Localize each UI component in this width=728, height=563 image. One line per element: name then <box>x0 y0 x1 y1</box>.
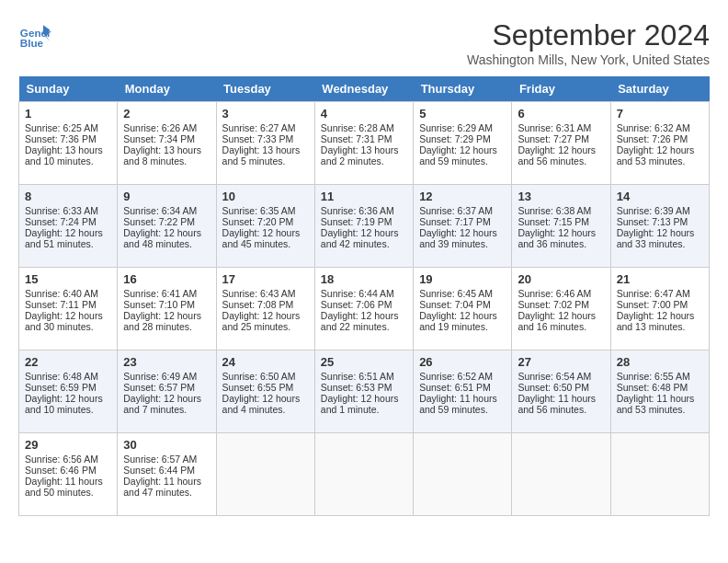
day-info-line: Sunset: 7:27 PM <box>518 133 604 144</box>
day-info-line: Sunset: 7:08 PM <box>222 299 309 310</box>
calendar-cell: 18Sunrise: 6:44 AMSunset: 7:06 PMDayligh… <box>314 268 413 350</box>
day-info-line: Sunrise: 6:44 AM <box>321 288 407 299</box>
day-info-line: Sunrise: 6:29 AM <box>419 122 506 133</box>
day-info-line: and 30 minutes. <box>25 321 111 332</box>
weekday-header-wednesday: Wednesday <box>314 76 413 102</box>
day-number: 13 <box>518 190 604 203</box>
day-info-line: Sunset: 6:46 PM <box>25 465 111 476</box>
calendar-week-2: 8Sunrise: 6:33 AMSunset: 7:24 PMDaylight… <box>19 185 710 268</box>
day-info-line: Sunrise: 6:40 AM <box>25 288 111 299</box>
day-number: 17 <box>222 272 309 286</box>
calendar-cell <box>512 433 610 516</box>
day-number: 27 <box>518 355 604 369</box>
day-info-line: Daylight: 12 hours <box>123 227 210 238</box>
calendar-cell: 9Sunrise: 6:34 AMSunset: 7:22 PMDaylight… <box>118 185 216 268</box>
calendar-cell: 19Sunrise: 6:45 AMSunset: 7:04 PMDayligh… <box>414 268 512 350</box>
day-info-line: and 8 minutes. <box>123 155 210 167</box>
day-info-line: and 33 minutes. <box>617 238 703 249</box>
calendar-cell: 23Sunrise: 6:49 AMSunset: 6:57 PMDayligh… <box>118 350 216 433</box>
day-info-line: and 42 minutes. <box>321 238 407 249</box>
day-info-line: and 47 minutes. <box>123 487 210 498</box>
day-info-line: Sunset: 7:15 PM <box>518 216 604 227</box>
calendar-cell: 6Sunrise: 6:31 AMSunset: 7:27 PMDaylight… <box>512 102 610 185</box>
calendar-cell: 10Sunrise: 6:35 AMSunset: 7:20 PMDayligh… <box>216 185 314 268</box>
day-info-line: Sunrise: 6:35 AM <box>222 205 309 216</box>
calendar-cell: 2Sunrise: 6:26 AMSunset: 7:34 PMDaylight… <box>118 102 216 185</box>
weekday-header-monday: Monday <box>118 76 216 102</box>
day-number: 8 <box>25 190 111 203</box>
day-number: 29 <box>25 438 111 452</box>
day-info-line: Daylight: 12 hours <box>222 393 309 404</box>
day-info-line: Daylight: 13 hours <box>321 144 407 155</box>
day-info-line: and 1 minute. <box>321 404 407 415</box>
day-number: 6 <box>518 107 604 121</box>
day-info-line: and 59 minutes. <box>419 404 506 415</box>
calendar-cell: 11Sunrise: 6:36 AMSunset: 7:19 PMDayligh… <box>314 185 413 268</box>
day-info-line: and 45 minutes. <box>222 238 309 249</box>
day-info-line: Sunrise: 6:27 AM <box>222 122 309 133</box>
day-info-line: Daylight: 12 hours <box>321 227 407 238</box>
calendar-cell: 4Sunrise: 6:28 AMSunset: 7:31 PMDaylight… <box>314 102 413 185</box>
day-info-line: Sunset: 7:31 PM <box>321 133 407 144</box>
day-info-line: Daylight: 12 hours <box>617 144 703 155</box>
day-number: 3 <box>222 107 309 121</box>
day-info-line: Sunset: 7:29 PM <box>419 133 506 144</box>
day-number: 5 <box>419 107 506 121</box>
calendar-cell: 21Sunrise: 6:47 AMSunset: 7:00 PMDayligh… <box>610 268 709 350</box>
weekday-header-sunday: Sunday <box>19 76 118 102</box>
day-info-line: Daylight: 12 hours <box>222 310 309 321</box>
calendar-cell: 12Sunrise: 6:37 AMSunset: 7:17 PMDayligh… <box>414 185 512 268</box>
day-info-line: Sunset: 7:11 PM <box>25 299 111 310</box>
day-info-line: and 25 minutes. <box>222 321 309 332</box>
day-info-line: and 7 minutes. <box>123 404 210 415</box>
day-info-line: Sunrise: 6:34 AM <box>123 205 210 216</box>
day-number: 4 <box>321 107 407 121</box>
day-info-line: and 13 minutes. <box>617 321 703 332</box>
day-info-line: and 36 minutes. <box>518 238 604 249</box>
weekday-header-saturday: Saturday <box>610 76 709 102</box>
calendar-cell: 5Sunrise: 6:29 AMSunset: 7:29 PMDaylight… <box>414 102 512 185</box>
weekday-header-tuesday: Tuesday <box>216 76 314 102</box>
day-info-line: Sunrise: 6:36 AM <box>321 205 407 216</box>
day-info-line: Daylight: 12 hours <box>123 310 210 321</box>
day-info-line: Sunset: 6:50 PM <box>518 382 604 393</box>
day-number: 10 <box>222 190 309 203</box>
day-info-line: Sunrise: 6:41 AM <box>123 288 210 299</box>
day-number: 21 <box>617 272 703 286</box>
day-number: 18 <box>321 272 407 286</box>
calendar-week-3: 15Sunrise: 6:40 AMSunset: 7:11 PMDayligh… <box>19 268 710 350</box>
calendar-cell: 1Sunrise: 6:25 AMSunset: 7:36 PMDaylight… <box>19 102 118 185</box>
day-info-line: Sunset: 6:59 PM <box>25 382 111 393</box>
calendar-cell: 17Sunrise: 6:43 AMSunset: 7:08 PMDayligh… <box>216 268 314 350</box>
day-info-line: and 2 minutes. <box>321 155 407 167</box>
day-info-line: and 5 minutes. <box>222 155 309 167</box>
day-info-line: Sunset: 7:13 PM <box>617 216 703 227</box>
day-info-line: and 59 minutes. <box>419 155 506 167</box>
day-info-line: Sunrise: 6:26 AM <box>123 122 210 133</box>
day-info-line: Sunrise: 6:32 AM <box>617 122 703 133</box>
day-info-line: Sunset: 6:51 PM <box>419 382 506 393</box>
day-number: 24 <box>222 355 309 369</box>
day-info-line: Sunset: 7:17 PM <box>419 216 506 227</box>
calendar-cell <box>414 433 512 516</box>
day-info-line: Sunrise: 6:28 AM <box>321 122 407 133</box>
day-info-line: Daylight: 12 hours <box>518 144 604 155</box>
day-number: 11 <box>321 190 407 203</box>
day-info-line: Daylight: 12 hours <box>222 227 309 238</box>
day-info-line: Sunrise: 6:55 AM <box>617 371 703 382</box>
day-number: 19 <box>419 272 506 286</box>
day-info-line: Sunrise: 6:31 AM <box>518 122 604 133</box>
logo: General Blue <box>18 18 51 52</box>
day-info-line: Daylight: 12 hours <box>419 310 506 321</box>
day-info-line: and 53 minutes. <box>617 404 703 415</box>
day-info-line: Daylight: 12 hours <box>25 227 111 238</box>
day-info-line: and 4 minutes. <box>222 404 309 415</box>
day-info-line: Sunrise: 6:38 AM <box>518 205 604 216</box>
day-info-line: Daylight: 13 hours <box>222 144 309 155</box>
day-info-line: Sunset: 7:26 PM <box>617 133 703 144</box>
day-info-line: Sunset: 7:36 PM <box>25 133 111 144</box>
weekday-header-friday: Friday <box>512 76 610 102</box>
svg-text:Blue: Blue <box>20 37 44 49</box>
day-number: 20 <box>518 272 604 286</box>
day-info-line: Sunset: 7:04 PM <box>419 299 506 310</box>
